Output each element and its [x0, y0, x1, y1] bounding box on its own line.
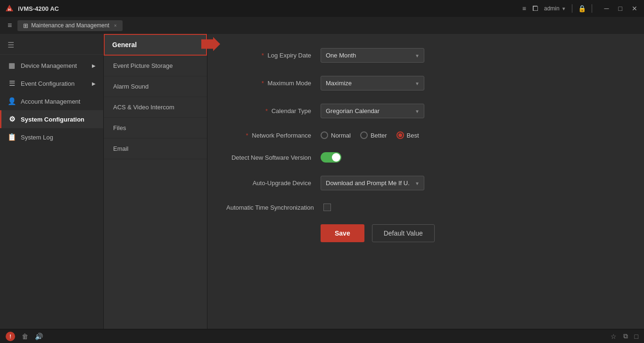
log-expiry-select-wrapper: One Month Three Months Six Months One Ye…: [321, 48, 424, 63]
maximize-icon[interactable]: □: [635, 333, 638, 340]
radio-normal[interactable]: Normal: [321, 131, 351, 139]
radio-best-label: Best: [407, 132, 419, 139]
submenu-item-acs-video-intercom[interactable]: ACS & Video Intercom: [104, 97, 207, 118]
auto-upgrade-select-wrapper: Download and Prompt Me If U... Do Not Ch…: [321, 176, 424, 190]
tab-label: Maintenance and Management: [31, 22, 109, 29]
radio-better-label: Better: [371, 132, 387, 139]
submenu-item-files[interactable]: Files: [104, 118, 207, 139]
lock-icon[interactable]: 🔒: [578, 5, 586, 12]
account-management-icon: 👤: [8, 97, 16, 106]
trash-icon[interactable]: 🗑: [22, 333, 28, 340]
maximum-mode-label: * Maximum Mode: [226, 80, 311, 87]
titlebar-right: ≡ ⧠ admin ▼ 🔒 ─ □ ✕: [522, 4, 639, 13]
titlebar: H iVMS-4200 AC ≡ ⧠ admin ▼ 🔒 ─ □ ✕: [0, 0, 644, 17]
action-row: Save Default Value: [226, 224, 556, 242]
system-log-icon: 📋: [8, 133, 16, 141]
sidebar-item-label: Device Management: [21, 62, 77, 69]
username: admin: [544, 5, 560, 12]
default-value-button[interactable]: Default Value: [372, 224, 435, 242]
maximum-mode-row: * Maximum Mode Maximize Window Full Scre…: [226, 76, 556, 90]
user-dropdown-icon[interactable]: ▼: [561, 6, 566, 11]
event-configuration-icon: ☰: [8, 79, 16, 88]
star-icon[interactable]: ☆: [611, 333, 617, 340]
submenu-header-general[interactable]: General: [104, 34, 207, 56]
sidebar-collapse-icon[interactable]: ☰: [8, 41, 14, 49]
detect-software-toggle[interactable]: [321, 152, 341, 163]
radio-normal-label: Normal: [331, 132, 351, 139]
close-btn[interactable]: ✕: [630, 4, 639, 13]
app-logo: H: [5, 4, 14, 13]
arrow-pointer: [201, 37, 220, 53]
sidebar-item-label: Account Management: [21, 98, 80, 105]
sidebar: ☰ ▦ Device Management ▶ ☰ Event Configur…: [0, 34, 104, 329]
arrow-icon: ▶: [92, 81, 96, 86]
maximum-mode-select-wrapper: Maximize Window Full Screen: [321, 76, 424, 90]
maximize-btn[interactable]: □: [617, 4, 624, 13]
submenu-header-label: General: [112, 41, 137, 49]
network-performance-radio-group: Normal Better Best: [321, 131, 419, 139]
svg-text:H: H: [8, 8, 11, 12]
time-sync-row: Automatic Time Synchronization: [226, 204, 556, 211]
auto-upgrade-select[interactable]: Download and Prompt Me If U... Do Not Ch…: [321, 176, 424, 190]
submenu-item-email[interactable]: Email: [104, 139, 207, 159]
main-layout: ☰ ▦ Device Management ▶ ☰ Event Configur…: [0, 34, 644, 329]
alert-icon[interactable]: !: [6, 332, 15, 341]
sidebar-item-event-configuration[interactable]: ☰ Event Configuration ▶: [0, 74, 103, 92]
speaker-icon[interactable]: 🔊: [35, 333, 43, 340]
network-performance-label: * Network Performance: [226, 132, 311, 139]
statusbar-left: ! 🗑 🔊: [6, 332, 43, 341]
titlebar-controls: ─ □ ✕: [603, 4, 639, 13]
general-form: * Log Expiry Date One Month Three Months…: [226, 48, 556, 242]
statusbar-right: ☆ ⧉ □: [611, 332, 638, 340]
detect-software-row: Detect New Software Version: [226, 152, 556, 163]
toggle-knob: [332, 153, 340, 162]
minimize-btn[interactable]: ─: [603, 4, 611, 13]
required-mark: *: [262, 52, 264, 59]
auto-upgrade-row: Auto-Upgrade Device Download and Prompt …: [226, 176, 556, 190]
radio-better[interactable]: Better: [360, 131, 387, 139]
sidebar-item-system-configuration[interactable]: ⚙ System Configuration: [0, 110, 103, 128]
restore-icon[interactable]: ⧉: [623, 332, 628, 340]
divider: [572, 4, 572, 13]
radio-best[interactable]: Best: [396, 131, 419, 139]
maximum-mode-select[interactable]: Maximize Window Full Screen: [321, 76, 424, 90]
sidebar-item-label: System Log: [21, 134, 53, 141]
svg-marker-2: [201, 37, 220, 51]
maintenance-tab[interactable]: ⊞ Maintenance and Management ×: [17, 20, 122, 31]
auto-upgrade-label: Auto-Upgrade Device: [226, 180, 311, 187]
log-expiry-row: * Log Expiry Date One Month Three Months…: [226, 48, 556, 63]
sidebar-top: ☰: [0, 36, 103, 55]
user-info[interactable]: admin ▼: [544, 5, 566, 12]
tabbar: ≡ ⊞ Maintenance and Management ×: [0, 17, 644, 34]
log-expiry-select[interactable]: One Month Three Months Six Months One Ye…: [321, 48, 424, 63]
calendar-type-row: * Calendar Type Gregorian Calendar Lunar…: [226, 104, 556, 118]
titlebar-left: H iVMS-4200 AC: [5, 4, 59, 13]
radio-circle-better: [360, 131, 368, 139]
network-performance-row: * Network Performance Normal Better Best: [226, 131, 556, 139]
system-configuration-icon: ⚙: [8, 115, 16, 123]
calendar-type-select[interactable]: Gregorian Calendar Lunar Calendar: [321, 104, 424, 118]
sidebar-item-device-management[interactable]: ▦ Device Management ▶: [0, 57, 103, 74]
divider2: [592, 4, 592, 13]
submenu-header-container: General: [104, 34, 207, 56]
time-sync-checkbox[interactable]: [323, 204, 331, 211]
device-management-icon: ▦: [8, 61, 16, 70]
required-mark: *: [265, 107, 268, 114]
app-title: iVMS-4200 AC: [18, 5, 59, 12]
arrow-icon: ▶: [92, 63, 96, 68]
radio-circle-normal: [321, 131, 328, 139]
calendar-type-select-wrapper: Gregorian Calendar Lunar Calendar: [321, 104, 424, 118]
submenu-panel: General Event Picture Storage Alarm Soun…: [104, 34, 207, 329]
sidebar-item-system-log[interactable]: 📋 System Log: [0, 128, 103, 146]
list-icon[interactable]: ≡: [522, 5, 526, 12]
hamburger-icon[interactable]: ≡: [4, 21, 16, 30]
time-sync-label: Automatic Time Synchronization: [226, 204, 314, 211]
log-expiry-label: * Log Expiry Date: [226, 52, 311, 59]
submenu-item-alarm-sound[interactable]: Alarm Sound: [104, 76, 207, 97]
submenu-item-event-picture-storage[interactable]: Event Picture Storage: [104, 56, 207, 76]
save-button[interactable]: Save: [321, 224, 364, 242]
monitor-icon[interactable]: ⧠: [532, 5, 538, 12]
sidebar-item-account-management[interactable]: 👤 Account Management: [0, 92, 103, 110]
tab-close-btn[interactable]: ×: [114, 23, 117, 28]
sidebar-item-label: Event Configuration: [21, 80, 74, 87]
